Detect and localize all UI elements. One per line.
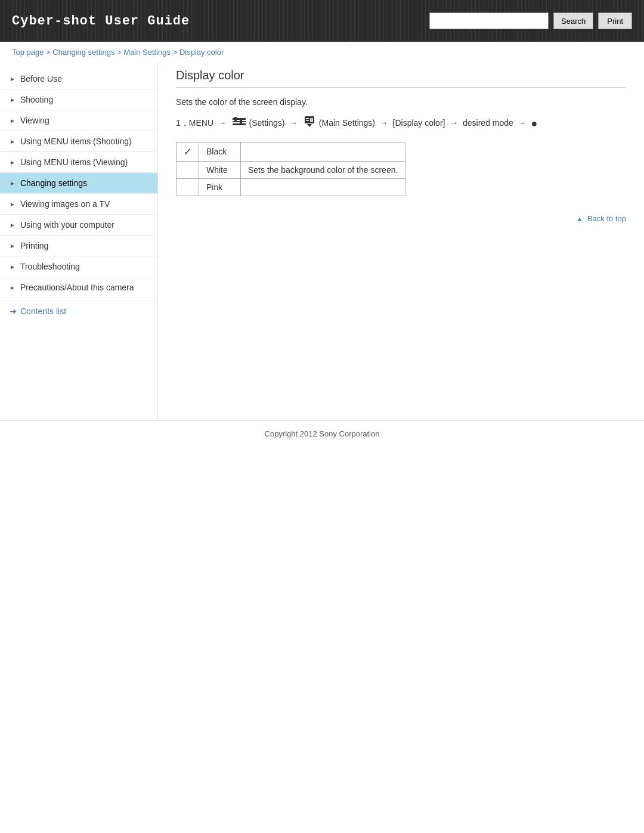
sidebar-item-viewing[interactable]: ► Viewing (0, 110, 157, 131)
svg-rect-8 (306, 120, 309, 121)
arrow-icon-tv: ► (10, 201, 16, 208)
breadcrumb-main-settings[interactable]: Main Settings (123, 48, 171, 57)
arrow-icon-printing: ► (10, 243, 16, 249)
desc-cell-white: Sets the background color of the screen. (241, 161, 405, 178)
back-to-top-link[interactable]: Back to top (576, 214, 626, 223)
breadcrumb-current: Display color (179, 48, 224, 57)
color-name-white: White (199, 161, 241, 178)
color-name-black: Black (199, 142, 241, 161)
svg-marker-6 (307, 124, 312, 127)
sidebar-item-label: Using MENU items (Viewing) (20, 157, 128, 167)
sidebar-item-label: Using MENU items (Shooting) (20, 137, 132, 146)
copyright-text: Copyright 2012 Sony Corporation (265, 429, 380, 438)
svg-rect-1 (233, 121, 246, 122)
check-cell-pink (177, 178, 199, 196)
instruction: 1．MENU → (Settings) → (176, 115, 626, 132)
breadcrumb-sep-2: > (117, 48, 123, 57)
sidebar-item-label: Troubleshooting (20, 262, 80, 271)
main-content: Display color Sets the color of the scre… (158, 63, 644, 420)
triangle-up-icon (576, 214, 585, 223)
svg-rect-7 (306, 118, 309, 119)
breadcrumb-changing-settings[interactable]: Changing settings (52, 48, 114, 57)
sidebar-item-label: Printing (20, 241, 48, 250)
sidebar-item-label: Viewing images on a TV (20, 199, 110, 209)
breadcrumb: Top page > Changing settings > Main Sett… (0, 42, 644, 63)
sidebar-item-label: Precautions/About this camera (20, 283, 134, 292)
color-name-pink: Pink (199, 178, 241, 196)
arrow-icon-menu-viewing: ► (10, 159, 16, 166)
sidebar-item-label: Before Use (20, 74, 62, 83)
arrow-icon-menu-shooting: ► (10, 138, 16, 145)
desc-cell-pink (241, 178, 405, 196)
svg-rect-2 (233, 123, 246, 125)
sidebar-item-menu-viewing[interactable]: ► Using MENU items (Viewing) (0, 152, 157, 173)
arrow-icon-computer: ► (10, 222, 16, 228)
arrow-icon-viewing: ► (10, 117, 16, 124)
settings-icon (233, 117, 246, 130)
sidebar-item-label: Changing settings (20, 178, 87, 188)
contents-arrow-icon: ➔ (10, 306, 17, 316)
sidebar-item-changing-settings[interactable]: ► Changing settings (0, 173, 157, 194)
breadcrumb-top-page[interactable]: Top page (12, 48, 44, 57)
copyright-footer: Copyright 2012 Sony Corporation (0, 420, 644, 447)
header: Cyber-shot User Guide Search Print (0, 0, 644, 42)
site-title: Cyber-shot User Guide (12, 14, 190, 29)
header-controls: Search Print (429, 13, 632, 29)
arrow-icon-precautions: ► (10, 284, 16, 291)
sidebar-item-label: Viewing (20, 116, 49, 125)
main-settings-icon (304, 116, 315, 131)
arrow-icon-troubleshooting: ► (10, 264, 16, 270)
sidebar-item-precautions[interactable]: ► Precautions/About this camera (0, 277, 157, 298)
sidebar-item-shooting[interactable]: ► Shooting (0, 89, 157, 110)
desc-cell-black (241, 142, 405, 161)
search-button[interactable]: Search (553, 13, 593, 29)
print-button[interactable]: Print (598, 13, 632, 29)
check-cell-black: ✓ (177, 142, 199, 161)
back-to-top-label: Back to top (587, 214, 626, 223)
check-cell-white (177, 161, 199, 178)
page-layout: ► Before Use ► Shooting ► Viewing ► Usin… (0, 63, 644, 420)
sidebar-item-menu-shooting[interactable]: ► Using MENU items (Shooting) (0, 131, 157, 152)
color-table: ✓ Black White Sets the background color … (176, 142, 405, 196)
table-row: ✓ Black (177, 142, 405, 161)
arrow-icon-shooting: ► (10, 97, 16, 103)
contents-list-link[interactable]: Contents list (20, 306, 66, 316)
sidebar: ► Before Use ► Shooting ► Viewing ► Usin… (0, 63, 158, 420)
sidebar-footer: ➔ Contents list (0, 298, 157, 324)
arrow-icon-changing-settings: ► (10, 180, 16, 187)
search-input[interactable] (429, 13, 549, 29)
page-title: Display color (176, 69, 626, 88)
description: Sets the color of the screen display. (176, 97, 626, 107)
sidebar-item-computer[interactable]: ► Using with your computer (0, 215, 157, 236)
svg-rect-3 (234, 117, 237, 121)
sidebar-item-label: Using with your computer (20, 220, 114, 230)
table-row: Pink (177, 178, 405, 196)
arrow-icon-before-use: ► (10, 76, 16, 82)
bullet-icon: ● (531, 117, 537, 129)
sidebar-item-printing[interactable]: ► Printing (0, 236, 157, 256)
sidebar-item-label: Shooting (20, 95, 53, 104)
sidebar-item-tv[interactable]: ► Viewing images on a TV (0, 194, 157, 215)
table-row: White Sets the background color of the s… (177, 161, 405, 178)
sidebar-item-troubleshooting[interactable]: ► Troubleshooting (0, 256, 157, 277)
breadcrumb-sep-1: > (46, 48, 52, 57)
checkmark-icon: ✓ (184, 147, 191, 157)
sidebar-item-before-use[interactable]: ► Before Use (0, 69, 157, 89)
svg-rect-4 (240, 120, 242, 124)
breadcrumb-sep-3: > (173, 48, 179, 57)
back-to-top: Back to top (176, 208, 626, 229)
